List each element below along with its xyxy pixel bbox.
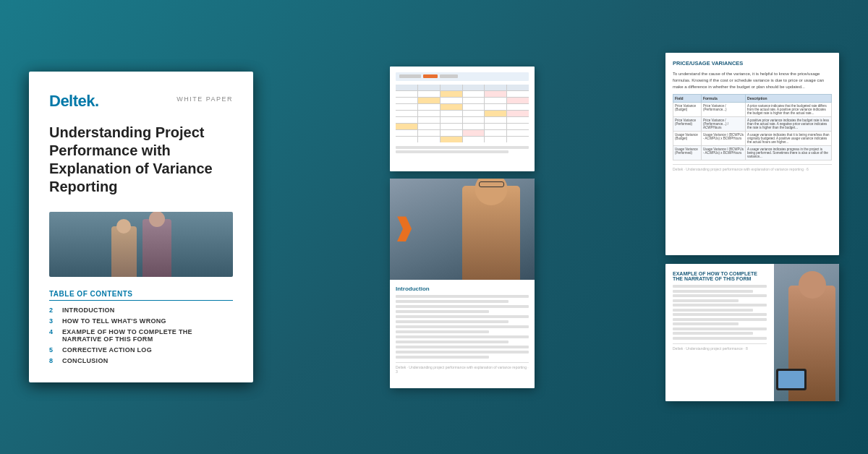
cell (418, 117, 440, 123)
cell (418, 111, 440, 116)
toc-section: TABLE OF CONTENTS 2 INTRODUCTION 3 HOW T… (49, 290, 233, 368)
toc-item: 3 HOW TO TELL WHAT'S WRONG (49, 317, 233, 325)
table-row: Usage Variance (Budget) Usage Variance /… (673, 132, 832, 146)
cell (507, 98, 529, 103)
toc-item: 4 EXAMPLE OF HOW TO COMPLETE THE NARRATI… (49, 328, 233, 343)
text-line (396, 340, 509, 343)
toc-label: HOW TO TELL WHAT'S WRONG (62, 317, 166, 325)
table-cell: Usage Variance (Performed) (673, 146, 702, 160)
price-variance-doc: PRICE/USAGE VARIANCES To understand the … (665, 53, 839, 255)
toolbar-bar (440, 74, 458, 78)
toc-num: 8 (49, 357, 58, 364)
text-line (673, 332, 753, 335)
toolbar-bar-accent (423, 74, 438, 78)
text-line (396, 146, 529, 149)
table-cell: A price variance indicates that the budg… (746, 103, 832, 117)
col-header: Formula (701, 95, 745, 103)
cell (463, 91, 485, 97)
cell (441, 130, 462, 136)
text-line (673, 318, 767, 321)
cell (396, 91, 417, 97)
cell (418, 124, 440, 129)
cell (418, 85, 440, 90)
table-cell: A usage variance indicates that it is be… (746, 132, 832, 146)
cell (463, 104, 485, 110)
table-row: Price Variance (Budget) Price Variance /… (673, 103, 832, 117)
table-cell: Price Variance (Performed) (673, 117, 702, 132)
cell (441, 111, 462, 116)
price-variance-intro: To understand the cause of the variance,… (673, 71, 832, 90)
cell (485, 85, 506, 90)
intro-section-title: Introduction (396, 286, 529, 292)
spreadsheet-grid (396, 85, 529, 142)
cell (485, 117, 506, 123)
tablet-screen (778, 371, 804, 388)
cell (463, 98, 485, 103)
example-doc-content: Example of how to complete the narrative… (665, 264, 774, 401)
cell (396, 104, 417, 110)
text-line (673, 304, 767, 307)
cell (485, 111, 506, 116)
table-cell: Usage Variance / (BCWPUs - ACWPUs) x BCW… (701, 146, 745, 160)
cell (396, 124, 417, 129)
cell (507, 130, 529, 136)
cell (507, 117, 529, 123)
text-line (396, 330, 489, 333)
tablet-prop (776, 369, 807, 390)
text-line (673, 327, 767, 330)
cell (418, 130, 440, 136)
main-title: Understanding Project Performance with E… (49, 124, 233, 196)
cell (463, 137, 485, 142)
cell (441, 85, 462, 90)
page-scene: Deltek. WHITE PAPER Understanding Projec… (0, 0, 868, 454)
cell (396, 85, 417, 90)
middle-docs-column: Introduction Deltek · Understan (390, 67, 535, 388)
text-line (396, 150, 509, 153)
col-header: Field (673, 95, 702, 103)
text-line (673, 299, 739, 302)
text-line (396, 315, 529, 318)
cell (418, 104, 440, 110)
cell (441, 117, 462, 123)
person-right-figure (142, 219, 171, 277)
example-title: Example of how to complete the narrative… (673, 271, 767, 281)
toc-label: EXAMPLE OF HOW TO COMPLETE THE NARRATIVE… (62, 328, 233, 343)
cell (463, 111, 485, 116)
intro-text-lines (396, 295, 529, 359)
cell (396, 111, 417, 116)
cell (463, 117, 485, 123)
cell (418, 98, 440, 103)
cell (485, 104, 506, 110)
table-cell: A usage variance indicates progress in t… (746, 146, 832, 160)
person-image-right (774, 264, 839, 401)
person-head (475, 179, 508, 205)
chevron-icon (397, 216, 412, 241)
white-paper-label: WHITE PAPER (176, 95, 233, 103)
text-line (396, 325, 529, 328)
toc-label: CONCLUSION (62, 357, 109, 364)
text-line (673, 309, 753, 312)
text-line (396, 300, 509, 303)
doc-header: Deltek. WHITE PAPER (49, 92, 233, 111)
cell (507, 124, 529, 129)
text-line (396, 356, 489, 359)
spreadsheet-extra (396, 146, 529, 153)
cell (441, 137, 462, 142)
example-text-lines (673, 285, 767, 340)
text-line (673, 285, 767, 288)
spreadsheet-toolbar (396, 72, 529, 81)
text-line (673, 322, 739, 325)
text-line (396, 305, 529, 308)
right-docs-column: PRICE/USAGE VARIANCES To understand the … (665, 53, 839, 401)
cover-photo (49, 212, 233, 277)
deltek-logo: Deltek. (49, 92, 99, 111)
text-line (673, 337, 767, 340)
toolbar-bar (399, 74, 421, 78)
intro-photo (390, 179, 535, 280)
table-cell: Price Variance / (Performance...) (701, 103, 745, 117)
price-variance-title: PRICE/USAGE VARIANCES (673, 60, 832, 67)
cell (441, 91, 462, 97)
toc-item: 5 CORRECTIVE ACTION LOG (49, 346, 233, 354)
table-row: Usage Variance (Performed) Usage Varianc… (673, 146, 832, 160)
text-line (396, 310, 489, 313)
